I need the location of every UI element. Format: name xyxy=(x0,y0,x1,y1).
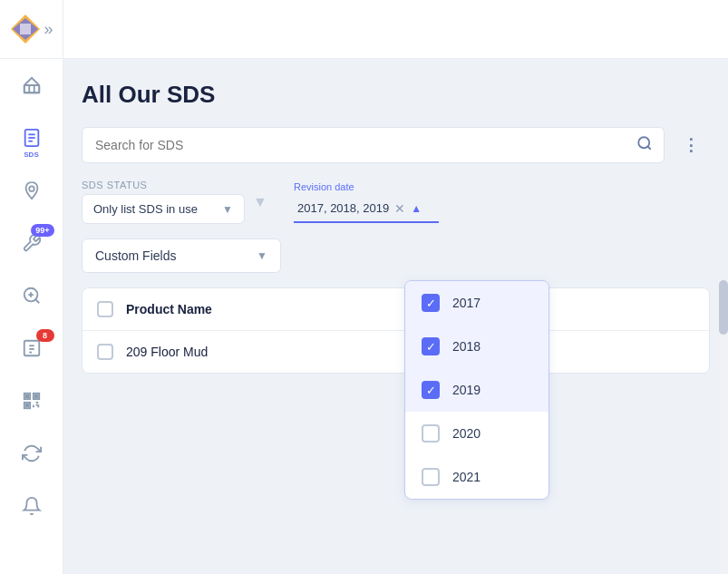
dropdown-item-2021[interactable]: 2021 xyxy=(405,455,548,499)
search-icon xyxy=(636,135,653,151)
tasks-icon xyxy=(22,338,42,358)
svg-rect-21 xyxy=(34,395,37,398)
more-options-button[interactable]: ⋮ xyxy=(672,128,710,162)
row-1-checkbox[interactable] xyxy=(97,344,113,360)
logo-area: » xyxy=(0,0,63,59)
location-icon xyxy=(22,180,42,200)
qr-icon xyxy=(22,391,42,411)
select-all-checkbox[interactable] xyxy=(97,301,113,317)
filter-arrow: ▼ xyxy=(256,185,265,219)
sds-label: SDS xyxy=(24,151,38,159)
page-title: All Our SDS xyxy=(82,81,710,109)
svg-point-28 xyxy=(638,137,649,148)
dropdown-item-2019[interactable]: ✓ 2019 xyxy=(405,368,548,412)
sds-icon xyxy=(22,128,42,148)
dropdown-label-2019: 2019 xyxy=(452,383,480,397)
tasks-badge: 8 xyxy=(36,329,54,342)
home-icon xyxy=(22,75,42,95)
sidebar-item-qr[interactable] xyxy=(0,375,63,427)
refresh-icon xyxy=(22,443,42,463)
sidebar-item-tools[interactable]: 99+ xyxy=(0,217,63,269)
sidebar: » SDS 99+ 8 xyxy=(0,0,63,574)
svg-rect-20 xyxy=(25,395,28,398)
scrollbar[interactable] xyxy=(719,280,728,574)
sds-status-select[interactable]: Only list SDS in use ▼ xyxy=(82,194,245,224)
sds-status-filter-group: SDS status Only list SDS in use ▼ xyxy=(82,180,245,224)
expand-icon[interactable]: » xyxy=(44,20,53,39)
row-1-product-name: 209 Floor Mud xyxy=(126,345,208,359)
svg-marker-2 xyxy=(20,24,31,34)
checkbox-2019[interactable]: ✓ xyxy=(422,381,440,399)
revision-date-value: 2017, 2018, 2019 xyxy=(297,201,389,215)
revision-date-select[interactable]: 2017, 2018, 2019 ✕ ▲ xyxy=(294,196,439,223)
svg-line-29 xyxy=(647,146,650,149)
svg-line-10 xyxy=(35,299,39,303)
dropdown-label-2021: 2021 xyxy=(452,470,480,484)
sidebar-item-refresh[interactable] xyxy=(0,427,63,480)
sidebar-item-sds[interactable]: SDS xyxy=(0,112,63,164)
sidebar-item-search-tools[interactable] xyxy=(0,269,63,322)
search-tools-icon xyxy=(22,286,42,306)
table-row: 209 Floor Mud xyxy=(83,331,709,373)
custom-fields-select[interactable]: Custom Fields ▼ xyxy=(82,238,281,273)
revision-date-label: Revision date xyxy=(294,181,439,192)
column-header-product-name: Product Name xyxy=(126,302,212,316)
custom-fields-chevron: ▼ xyxy=(257,249,267,262)
clear-revision-button[interactable]: ✕ xyxy=(394,201,405,216)
checkbox-2021[interactable] xyxy=(422,468,440,486)
search-input[interactable] xyxy=(83,129,626,161)
tools-badge: 99+ xyxy=(31,224,53,237)
alert-icon xyxy=(22,496,42,516)
svg-rect-22 xyxy=(25,404,28,407)
dropdown-label-2017: 2017 xyxy=(452,296,480,310)
revision-date-filter-group: Revision date 2017, 2018, 2019 ✕ ▲ xyxy=(294,181,439,223)
content-area: All Our SDS ⋮ SDS status Only list SDS i… xyxy=(63,59,728,574)
topbar xyxy=(63,0,728,59)
sidebar-item-tasks[interactable]: 8 xyxy=(0,322,63,375)
table-header: Product Name xyxy=(83,288,709,331)
main-content: All Our SDS ⋮ SDS status Only list SDS i… xyxy=(63,0,728,574)
sidebar-item-home[interactable] xyxy=(0,59,63,112)
sds-status-value: Only list SDS in use xyxy=(93,202,198,216)
dropdown-label-2020: 2020 xyxy=(452,426,480,441)
revision-chevron-up[interactable]: ▲ xyxy=(411,202,422,215)
filters-row: SDS status Only list SDS in use ▼ ▼ Revi… xyxy=(82,180,710,224)
checkbox-2017[interactable]: ✓ xyxy=(422,294,440,312)
revision-date-dropdown: ✓ 2017 ✓ 2018 ✓ 2019 2020 2021 xyxy=(404,280,549,500)
search-button[interactable] xyxy=(626,128,664,162)
table-area: Product Name 209 Floor Mud xyxy=(82,287,710,374)
sds-status-chevron: ▼ xyxy=(222,203,233,216)
scrollbar-thumb[interactable] xyxy=(719,280,728,335)
checkbox-2020[interactable] xyxy=(422,424,440,443)
sidebar-item-alerts[interactable] xyxy=(0,480,63,532)
dropdown-item-2017[interactable]: ✓ 2017 xyxy=(405,281,548,325)
search-container xyxy=(82,127,665,163)
dropdown-label-2018: 2018 xyxy=(452,339,480,354)
search-row: ⋮ xyxy=(82,127,710,163)
svg-point-8 xyxy=(29,186,34,191)
sidebar-item-location[interactable] xyxy=(0,164,63,217)
sds-status-label: SDS status xyxy=(82,180,245,190)
custom-fields-row: Custom Fields ▼ xyxy=(82,238,710,273)
dropdown-item-2020[interactable]: 2020 xyxy=(405,412,548,455)
app-logo xyxy=(9,13,42,45)
dropdown-item-2018[interactable]: ✓ 2018 xyxy=(405,325,548,368)
svg-rect-3 xyxy=(24,85,39,92)
custom-fields-label: Custom Fields xyxy=(95,248,176,263)
checkbox-2018[interactable]: ✓ xyxy=(422,337,440,355)
